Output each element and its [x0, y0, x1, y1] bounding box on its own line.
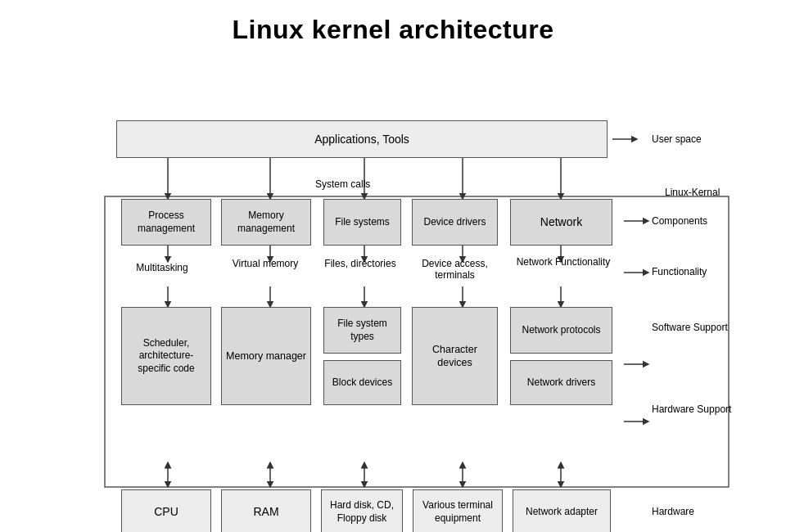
- block-devices-box: Block devices: [323, 360, 401, 405]
- files-dirs-label: Files, directories: [323, 258, 397, 269]
- harddisk-box: Hard disk, CD, Floppy disk: [321, 489, 403, 532]
- cpu-box: CPU: [121, 489, 211, 532]
- net-drivers-box: Network drivers: [510, 360, 612, 405]
- device-drivers-box: Device drivers: [412, 199, 498, 246]
- device-access-label: Device access, terminals: [408, 258, 502, 281]
- char-devices-box: Character devices: [412, 307, 498, 405]
- user-space-label: User space: [652, 133, 702, 145]
- hardware-label: Hardware: [652, 506, 694, 517]
- components-label: Components: [652, 215, 707, 227]
- terminal-equip-box: Various terminal equipment: [413, 489, 503, 532]
- memory-mgmt-box: Memory management: [221, 199, 311, 246]
- memory-manager-box: Memory manager: [221, 307, 311, 405]
- applications-box: Applications, Tools: [116, 120, 608, 158]
- multitasking-label: Multitasking: [121, 262, 203, 273]
- file-systems-box: File systems: [323, 199, 401, 246]
- fs-types-box: File system types: [323, 307, 401, 354]
- net-protocols-box: Network protocols: [510, 307, 612, 354]
- functionality-label: Functionality: [652, 266, 707, 277]
- page-title: Linux kernel architecture: [232, 15, 553, 45]
- net-adapter-box: Network adapter: [513, 489, 611, 532]
- scheduler-box: Scheduler, architecture-specific code: [121, 307, 211, 405]
- system-calls-label: System calls: [315, 178, 370, 190]
- software-support-label: Software Support: [652, 322, 728, 335]
- network-box: Network: [510, 199, 612, 246]
- virtual-memory-label: Virtual memory: [224, 258, 306, 269]
- architecture-diagram: Applications, Tools System calls Linux-K…: [25, 53, 761, 520]
- hardware-support-label: Hardware Support: [652, 404, 731, 417]
- network-func-label: Network Functionality: [514, 256, 612, 268]
- linux-kernal-label: Linux-Kernal: [665, 187, 720, 198]
- process-mgmt-box: Process management: [121, 199, 211, 246]
- ram-box: RAM: [221, 489, 311, 532]
